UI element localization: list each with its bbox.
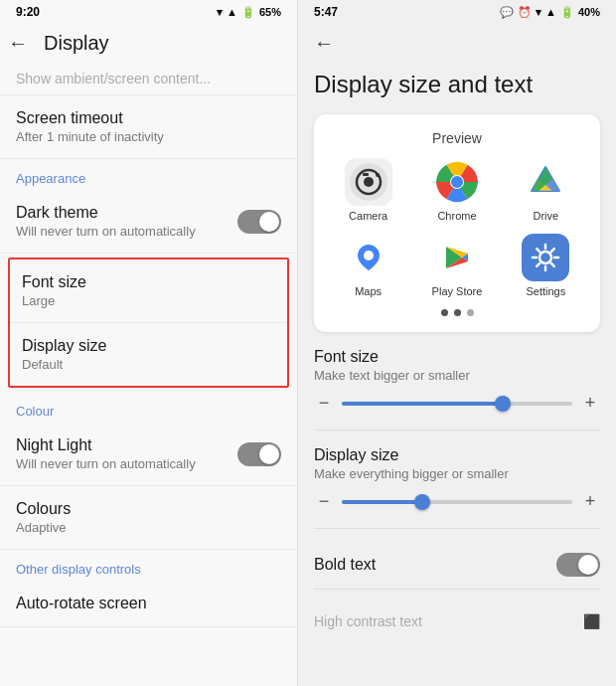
screen-timeout-label: Screen timeout: [16, 109, 164, 127]
display-size-decrease[interactable]: −: [314, 491, 334, 512]
dark-theme-item[interactable]: Dark theme Will never turn on automatica…: [0, 190, 297, 254]
highlighted-section: Font size Large Display size Default: [8, 257, 289, 388]
signal-icon-right: ▲: [545, 6, 556, 18]
display-size-sublabel: Default: [22, 357, 275, 372]
right-status-bar: 5:47 💬 ⏰ ▾ ▲ 🔋 40%: [298, 0, 616, 24]
font-size-item[interactable]: Font size Large: [10, 259, 287, 322]
app-chrome: Chrome: [418, 158, 495, 222]
high-contrast-label: High contrast text: [314, 613, 422, 629]
right-panel: 5:47 💬 ⏰ ▾ ▲ 🔋 40% ← Display size and te…: [298, 0, 616, 686]
divider-1: [314, 429, 600, 430]
screen-timeout-sublabel: After 1 minute of inactivity: [16, 129, 164, 144]
app-drive: Drive: [508, 158, 584, 222]
font-size-increase[interactable]: +: [580, 393, 600, 414]
left-time: 9:20: [16, 5, 40, 19]
font-size-decrease[interactable]: −: [314, 393, 334, 414]
dot-2: [454, 309, 461, 316]
app-maps: Maps: [330, 234, 406, 297]
high-contrast-ellipsis: ⬛: [583, 613, 600, 629]
camera-label: Camera: [349, 210, 387, 222]
display-size-title: Display size: [314, 446, 600, 464]
dot-1: [441, 309, 448, 316]
right-back-button[interactable]: ←: [314, 32, 334, 55]
right-page-title: Display size and text: [314, 63, 600, 98]
right-time: 5:47: [314, 5, 338, 19]
signal-icon: ▲: [227, 6, 237, 18]
dark-theme-toggle[interactable]: [237, 210, 281, 234]
night-light-label: Night Light: [16, 436, 196, 454]
app-camera: Camera: [330, 158, 406, 222]
colours-item[interactable]: Colours Adaptive: [0, 486, 297, 550]
display-size-label: Display size: [22, 337, 275, 355]
preview-card: Preview Camera: [314, 114, 600, 332]
left-page-title: Display: [44, 32, 109, 55]
battery-icon: 🔋: [241, 6, 255, 19]
svg-rect-3: [363, 173, 369, 176]
bold-text-row: Bold text: [314, 545, 600, 585]
font-size-title: Font size: [314, 348, 600, 366]
maps-label: Maps: [355, 285, 382, 297]
svg-point-8: [451, 176, 463, 188]
night-light-item[interactable]: Night Light Will never turn on automatic…: [0, 423, 297, 486]
other-controls-header: Other display controls: [0, 550, 297, 581]
high-contrast-item[interactable]: High contrast text ⬛: [314, 605, 600, 637]
battery-percent-right: 40%: [578, 6, 600, 18]
drive-label: Drive: [533, 210, 558, 222]
auto-rotate-item[interactable]: Auto-rotate screen: [0, 581, 297, 627]
camera-icon: [345, 158, 392, 206]
font-size-slider-row: − +: [314, 393, 600, 414]
left-status-bar: 9:20 ▾ ▲ 🔋 65%: [0, 0, 297, 24]
divider-2: [314, 528, 600, 529]
playstore-label: Play Store: [432, 285, 483, 297]
bold-text-toggle[interactable]: [556, 553, 600, 577]
display-size-subtitle: Make everything bigger or smaller: [314, 466, 600, 481]
wifi-icon-right: ▾: [536, 6, 541, 19]
svg-point-4: [376, 173, 380, 177]
font-size-fill: [342, 402, 503, 406]
display-size-slider-row: − +: [314, 491, 600, 512]
colours-sublabel: Adaptive: [16, 520, 71, 535]
drive-icon: [522, 158, 569, 206]
appearance-section-header: Appearance: [0, 159, 297, 190]
font-size-thumb[interactable]: [495, 396, 511, 412]
right-status-icons: 💬 ⏰ ▾ ▲ 🔋 40%: [500, 6, 600, 19]
night-light-toggle[interactable]: [237, 442, 281, 466]
alarm-icon: ⏰: [518, 6, 532, 19]
dark-theme-sublabel: Will never turn on automatically: [16, 224, 196, 239]
display-size-increase[interactable]: +: [580, 491, 600, 512]
font-size-sublabel: Large: [22, 293, 275, 308]
auto-rotate-label: Auto-rotate screen: [16, 595, 147, 612]
screen-timeout-item[interactable]: Screen timeout After 1 minute of inactiv…: [0, 95, 297, 159]
font-size-label: Font size: [22, 273, 275, 291]
battery-percent: 65%: [259, 6, 281, 18]
settings-icon: [522, 234, 569, 281]
svg-point-2: [364, 177, 374, 187]
pagination-dots: [330, 309, 584, 316]
app-playstore: Play Store: [418, 234, 495, 297]
left-back-button[interactable]: ←: [8, 32, 28, 55]
colour-section-header: Colour: [0, 392, 297, 423]
chrome-label: Chrome: [437, 210, 476, 222]
msg-icon: 💬: [500, 6, 514, 19]
divider-3: [314, 589, 600, 590]
right-header: ←: [298, 24, 616, 63]
font-size-track[interactable]: [342, 402, 572, 406]
display-size-item[interactable]: Display size Default: [10, 322, 287, 386]
display-size-section: Display size Make everything bigger or s…: [314, 446, 600, 512]
left-status-icons: ▾ ▲ 🔋 65%: [217, 6, 281, 19]
playstore-icon: [433, 234, 481, 281]
dark-theme-label: Dark theme: [16, 204, 196, 222]
display-size-thumb[interactable]: [414, 494, 430, 510]
right-content: Display size and text Preview: [298, 63, 616, 686]
battery-icon-right: 🔋: [560, 6, 574, 19]
font-size-section: Font size Make text bigger or smaller − …: [314, 348, 600, 414]
left-content: Show ambient/screen content... Screen ti…: [0, 63, 297, 686]
left-header: ← Display: [0, 24, 297, 63]
maps-icon: [345, 234, 392, 281]
app-settings: Settings: [508, 234, 584, 297]
dot-3: [467, 309, 474, 316]
font-size-subtitle: Make text bigger or smaller: [314, 368, 600, 383]
colours-label: Colours: [16, 500, 71, 518]
display-size-track[interactable]: [342, 500, 572, 504]
settings-label: Settings: [526, 285, 565, 297]
